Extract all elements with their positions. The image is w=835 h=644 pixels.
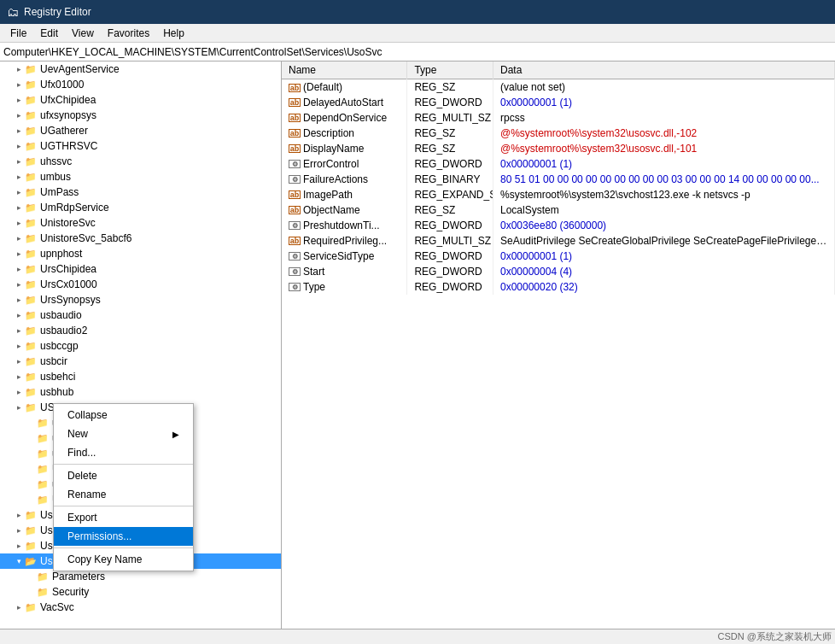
tree-expander[interactable]: ▸: [14, 80, 24, 89]
table-row[interactable]: abObjectNameREG_SZLocalSystem: [282, 202, 835, 218]
table-row[interactable]: ⚙StartREG_DWORD0x00000004 (4): [282, 264, 835, 279]
tree-expander[interactable]: ▸: [14, 203, 24, 212]
tree-item[interactable]: ▸📁usbcir: [0, 354, 281, 369]
tree-item-label: usbaudio2: [40, 325, 87, 337]
tree-expander[interactable]: ▸: [14, 142, 24, 150]
table-row[interactable]: abImagePathREG_EXPAND_SZ%systemroot%\sys…: [282, 187, 835, 202]
table-row[interactable]: abDependOnServiceREG_MULTI_SZrpcss: [282, 110, 835, 126]
context-menu-item[interactable]: Collapse: [54, 406, 193, 424]
tree-expander[interactable]: ▸: [14, 280, 24, 289]
menu-edit[interactable]: Edit: [33, 26, 65, 41]
tree-item[interactable]: ▸📁UnistoreSvc_5abcf6: [0, 231, 281, 246]
tree-expander[interactable]: ▸: [14, 388, 24, 396]
tree-expander[interactable]: ▾: [14, 557, 24, 565]
tree-item[interactable]: ▸📁UGatherer: [0, 123, 281, 138]
table-row[interactable]: ⚙FailureActionsREG_BINARY80 51 01 00 00 …: [282, 172, 835, 187]
table-row[interactable]: abDescriptionREG_SZ@%systemroot%\system3…: [282, 126, 835, 141]
folder-icon: 📁: [36, 448, 50, 460]
tree-item-label: UrsChipidea: [40, 263, 96, 275]
menu-file[interactable]: File: [3, 26, 33, 41]
tree-expander[interactable]: ▸: [14, 296, 24, 304]
tree-expander[interactable]: ▸: [14, 173, 24, 181]
cell-type: REG_EXPAND_SZ: [407, 187, 493, 202]
table-row[interactable]: ⚙PreshutdownTi...REG_DWORD0x0036ee80 (36…: [282, 218, 835, 233]
tree-expander[interactable]: ▸: [14, 326, 24, 335]
cell-name: ⚙ServiceSidType: [282, 249, 407, 264]
tree-item[interactable]: ▸📁UnistoreSvc: [0, 215, 281, 231]
cell-type: REG_DWORD: [407, 264, 493, 279]
tree-expander[interactable]: ▸: [14, 311, 24, 319]
context-menu-item[interactable]: Delete: [54, 466, 193, 485]
table-row[interactable]: abDelayedAutoStartREG_DWORD0x00000001 (1…: [282, 95, 835, 110]
col-header-data[interactable]: Data: [493, 61, 835, 79]
tree-expander[interactable]: ▸: [14, 603, 24, 612]
table-row[interactable]: ⚙ServiceSidTypeREG_DWORD0x00000001 (1): [282, 249, 835, 264]
folder-icon: 📁: [24, 294, 38, 306]
context-menu-item-label: Permissions...: [67, 530, 131, 542]
table-row[interactable]: ⚙ErrorControlREG_DWORD0x00000001 (1): [282, 156, 835, 172]
tree-item[interactable]: ▸📁UrsSynopsys: [0, 292, 281, 307]
folder-icon: 📁: [24, 171, 38, 183]
cell-name: abDisplayName: [282, 141, 407, 156]
tree-expander[interactable]: ▸: [14, 188, 24, 196]
context-menu-item[interactable]: Permissions...: [54, 527, 193, 546]
tree-expander[interactable]: ▸: [14, 357, 24, 366]
tree-expander[interactable]: ▸: [14, 249, 24, 258]
tree-item[interactable]: ▸📁UGTHRSVC: [0, 138, 281, 154]
cell-name: abDescription: [282, 126, 407, 141]
tree-item[interactable]: ▸📁Ufx01000: [0, 77, 281, 92]
tree-item[interactable]: ▸📁VacSvc: [0, 600, 281, 615]
table-row[interactable]: abRequiredPrivileg...REG_MULTI_SZSeAudit…: [282, 233, 835, 249]
tree-expander[interactable]: ▸: [14, 511, 24, 519]
tree-expander[interactable]: ▸: [14, 219, 24, 227]
menu-help[interactable]: Help: [156, 26, 191, 41]
tree-expander[interactable]: ▸: [14, 96, 24, 104]
tree-item[interactable]: ▸📁upnphost: [0, 246, 281, 261]
context-menu-item[interactable]: Copy Key Name: [54, 550, 193, 569]
tree-item[interactable]: ▸📁usbccgp: [0, 338, 281, 354]
table-row[interactable]: ⚙TypeREG_DWORD0x00000020 (32): [282, 279, 835, 295]
cell-data: 0x00000001 (1): [493, 156, 835, 172]
tree-expander[interactable]: ▸: [14, 342, 24, 350]
table-row[interactable]: ab(Default)REG_SZ(value not set): [282, 79, 835, 95]
tree-expander[interactable]: ▸: [14, 157, 24, 166]
tree-item[interactable]: ▸📁ufxsynopsys: [0, 108, 281, 123]
tree-expander[interactable]: ▸: [14, 372, 24, 381]
tree-item[interactable]: ▸📁usbhub: [0, 384, 281, 400]
folder-icon: 📁: [24, 79, 38, 91]
table-row[interactable]: abDisplayNameREG_SZ@%systemroot%\system3…: [282, 141, 835, 156]
tree-item[interactable]: ▸📁usbaudio2: [0, 323, 281, 338]
tree-expander[interactable]: ▸: [14, 542, 24, 550]
menu-view[interactable]: View: [65, 26, 101, 41]
tree-item[interactable]: ▸📁UmRdpService: [0, 200, 281, 215]
context-menu-item-label: New: [67, 428, 88, 440]
tree-item[interactable]: ▸📁UevAgentService: [0, 61, 281, 77]
tree-item[interactable]: ▸📁UrsChipidea: [0, 261, 281, 277]
context-menu-item[interactable]: Export: [54, 508, 193, 527]
tree-item[interactable]: ▸📁usbaudio: [0, 307, 281, 323]
context-menu-item[interactable]: New▶: [54, 424, 193, 443]
tree-item[interactable]: ▸📁usbehci: [0, 369, 281, 384]
col-header-type[interactable]: Type: [407, 61, 493, 79]
col-header-name[interactable]: Name: [282, 61, 407, 79]
folder-icon: 📁: [24, 125, 38, 137]
folder-icon: 📁: [24, 509, 38, 521]
tree-item[interactable]: ▸📁UrsCx01000: [0, 277, 281, 292]
folder-icon: 📁: [24, 355, 38, 367]
context-menu-item[interactable]: Rename: [54, 485, 193, 504]
tree-item[interactable]: ▸📁UmPass: [0, 184, 281, 200]
tree-item[interactable]: ▸📁uhssvc: [0, 154, 281, 169]
tree-item[interactable]: 📁Security: [0, 584, 281, 600]
tree-item[interactable]: ▸📁UfxChipidea: [0, 92, 281, 108]
tree-expander[interactable]: ▸: [14, 111, 24, 120]
menu-favorites[interactable]: Favorites: [101, 26, 156, 41]
tree-expander[interactable]: ▸: [14, 126, 24, 135]
tree-item[interactable]: ▸📁umbus: [0, 169, 281, 184]
tree-expander[interactable]: ▸: [14, 403, 24, 412]
tree-expander[interactable]: ▸: [14, 65, 24, 73]
tree-expander[interactable]: ▸: [14, 265, 24, 273]
tree-expander[interactable]: ▸: [14, 526, 24, 535]
context-menu-item[interactable]: Find...: [54, 443, 193, 462]
tree-expander[interactable]: ▸: [14, 234, 24, 243]
reg-gear-icon: ⚙: [289, 175, 301, 184]
